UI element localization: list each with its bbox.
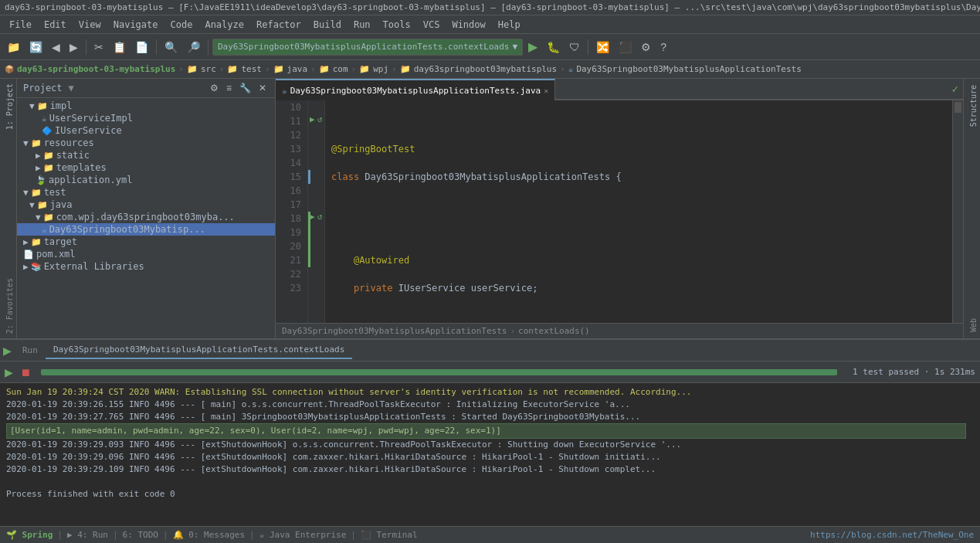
status-java-enterprise-tab[interactable]: ☕ Java Enterprise [259, 530, 347, 540]
gutter-rerun-arrow-19[interactable]: ↺ [317, 212, 323, 222]
project-panel-header: Project ▼ ⚙ ≡ 🔧 ✕ [17, 79, 275, 98]
tree-item-day63-class[interactable]: ☕ Day63Springboot03Mybatisp... [17, 223, 275, 236]
tree-item-templates[interactable]: ▶ 📁 templates [17, 161, 275, 174]
breadcrumb-class[interactable]: Day63Springboot03MybatisplusApplicationT… [576, 64, 801, 74]
menu-run[interactable]: Run [348, 18, 377, 32]
menu-bar: File Edit View Navigate Code Analyze Ref… [0, 15, 980, 34]
status-todo-tab[interactable]: 6: TODO [123, 530, 158, 540]
tree-item-iuserservice[interactable]: 🔷 IUserService [17, 124, 275, 137]
menu-tools[interactable]: Tools [377, 18, 417, 32]
run-btn[interactable]: ▶ [524, 38, 541, 56]
toolbar-help-btn[interactable]: ? [656, 39, 670, 55]
status-messages-tab[interactable]: 🔔 0: Messages [173, 530, 245, 540]
code-editor-content[interactable]: 10 11 12 13 14 15 16 17 18 19 20 21 22 2… [276, 100, 963, 323]
tree-item-userserviceimpl[interactable]: ☕ UserServiceImpl [17, 112, 275, 124]
breadcrumb-sep1: › [219, 64, 225, 74]
status-run-tab[interactable]: ▶ 4: Run [67, 530, 108, 540]
right-vtab-web[interactable]: Web [964, 312, 980, 338]
menu-navigate[interactable]: Navigate [107, 18, 164, 32]
content-area: 1: Project 2: Favorites Project ▼ ⚙ ≡ 🔧 … [0, 79, 980, 338]
gutter-modified-16 [308, 170, 310, 184]
gutter-rerun-arrow-12[interactable]: ↺ [317, 114, 323, 124]
run-play-btn[interactable]: ▶ [5, 366, 13, 378]
breadcrumb-test[interactable]: test [241, 64, 262, 74]
toolbar-forward-btn[interactable]: ▶ [66, 39, 82, 55]
tree-item-java[interactable]: ▼ 📁 java [17, 199, 275, 211]
toolbar-vcs-btn[interactable]: 🔀 [592, 39, 613, 55]
code-line-15: @Autowired [331, 253, 946, 267]
breadcrumb-sep4: › [351, 64, 357, 74]
left-vtab-project[interactable]: 1: Project [0, 79, 16, 134]
target-arrow: ▶ [23, 237, 29, 247]
tab-icon-day63: ☕ [282, 86, 287, 96]
code-text[interactable]: @SpringBootTest class Day63Springboot03M… [325, 100, 952, 323]
status-sep0: | [57, 530, 63, 540]
breadcrumb-project[interactable]: day63-springboot-03-mybatisplus [17, 64, 175, 74]
menu-view[interactable]: View [73, 18, 107, 32]
breadcrumb-com[interactable]: com [333, 64, 348, 74]
breadcrumb-java[interactable]: java [287, 64, 308, 74]
gutter-run-arrow-12[interactable]: ▶ [310, 114, 315, 124]
tree-item-target[interactable]: ▶ 📁 target [17, 236, 275, 248]
tree-item-static[interactable]: ▶ 📁 static [17, 149, 275, 161]
status-link[interactable]: https://blog.csdn.net/TheNew_One [810, 530, 974, 540]
bottom-tab-run[interactable]: Run [15, 342, 46, 358]
toolbar-paste-btn[interactable]: 📄 [131, 39, 152, 55]
tree-label-resources: resources [44, 137, 94, 148]
menu-window[interactable]: Window [446, 18, 491, 32]
run-stop-btn[interactable]: ⏹ [16, 365, 35, 380]
right-vtab-structure[interactable]: Structure [964, 79, 980, 133]
menu-file[interactable]: File [3, 18, 38, 32]
status-terminal-tab[interactable]: ⬛ Terminal [361, 530, 418, 540]
editor-tab-day63[interactable]: ☕ Day63Springboot03MybatisplusApplicatio… [276, 79, 555, 100]
menu-edit[interactable]: Edit [38, 18, 73, 32]
tree-label-day63-class: Day63Springboot03Mybatisp... [49, 224, 205, 235]
left-vtab-favorites[interactable]: 2: Favorites [0, 273, 16, 338]
toolbar-terminal-btn[interactable]: ⬛ [615, 39, 636, 55]
bottom-tab-contextloads[interactable]: Day63Springboot03MybatisplusApplicationT… [46, 341, 353, 359]
editor-scrollbar[interactable] [952, 100, 963, 323]
menu-analyze[interactable]: Analyze [198, 18, 250, 32]
static-folder-icon: 📁 [43, 151, 54, 161]
project-gear-btn[interactable]: 🔧 [237, 82, 253, 94]
tree-item-test[interactable]: ▼ 📁 test [17, 186, 275, 199]
debug-btn[interactable]: 🐛 [543, 39, 564, 55]
bottom-tab-bar: ▶ Run Day63Springboot03MybatisplusApplic… [0, 340, 980, 361]
tree-item-application-yml[interactable]: 🍃 application.yml [17, 174, 275, 186]
menu-help[interactable]: Help [492, 18, 527, 32]
console-output[interactable]: Sun Jan 19 20:39:24 CST 2020 WARN: Estab… [0, 383, 980, 543]
toolbar-copy-btn[interactable]: 📋 [109, 39, 130, 55]
toolbar-cut-btn[interactable]: ✂ [90, 39, 107, 55]
bottom-rerun-btn[interactable]: ▶ [3, 344, 12, 357]
project-close-btn[interactable]: ✕ [256, 82, 269, 94]
tree-item-pom[interactable]: 📄 pom.xml [17, 248, 275, 260]
project-collapse-btn[interactable]: ≡ [224, 82, 234, 94]
toolbar-search-btn[interactable]: 🔍 [161, 39, 181, 55]
toolbar-sync-btn[interactable]: 🔄 [25, 39, 46, 55]
status-spring-icon[interactable]: 🌱 Spring [6, 530, 53, 540]
breadcrumb-src[interactable]: src [201, 64, 216, 74]
toolbar-back-btn[interactable]: ◀ [48, 39, 64, 55]
menu-build[interactable]: Build [307, 18, 348, 32]
tree-item-impl[interactable]: ▼ 📁 impl [17, 100, 275, 112]
toolbar-settings-btn[interactable]: ⚙ [637, 39, 655, 55]
tree-item-com-pkg[interactable]: ▼ 📁 com.wpj.day63springboot03myba... [17, 211, 275, 223]
tree-label-impl: impl [50, 100, 73, 111]
run-coverage-btn[interactable]: 🛡 [565, 39, 584, 55]
code-line-13 [331, 198, 946, 212]
run-config-dropdown[interactable]: Day63Springboot03MybatisplusApplicationT… [212, 39, 523, 56]
menu-refactor[interactable]: Refactor [250, 18, 307, 32]
project-panel: Project ▼ ⚙ ≡ 🔧 ✕ ▼ 📁 impl ☕ UserService… [17, 79, 276, 338]
toolbar-replace-btn[interactable]: 🔎 [183, 39, 204, 55]
toolbar-project-btn[interactable]: 📁 [3, 39, 24, 55]
menu-vcs[interactable]: VCS [417, 18, 446, 32]
breadcrumb-wpj[interactable]: wpj [373, 64, 388, 74]
tab-close-day63[interactable]: ✕ [544, 87, 548, 95]
project-settings-btn[interactable]: ⚙ [208, 82, 221, 94]
tree-item-external-libs[interactable]: ▶ 📚 External Libraries [17, 260, 275, 273]
menu-code[interactable]: Code [164, 18, 199, 32]
project-dropdown-icon[interactable]: ▼ [69, 83, 74, 93]
console-line-info-2: 2020-01-19 20:39:27.765 INFO 4496 --- [ … [6, 411, 974, 423]
tree-item-resources[interactable]: ▼ 📁 resources [17, 137, 275, 149]
breadcrumb-pkg[interactable]: day63springboot03mybatisplus [414, 64, 557, 74]
